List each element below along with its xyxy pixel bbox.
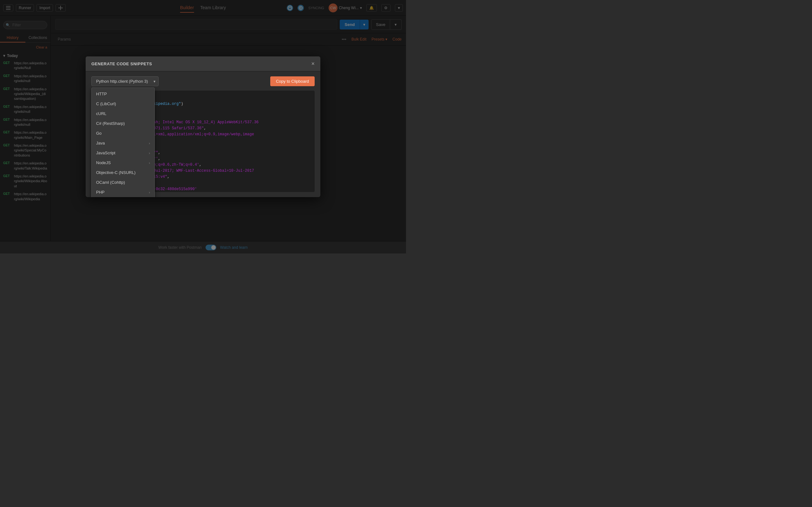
modal-header: GENERATE CODE SNIPPETS × — [86, 56, 320, 71]
copy-to-clipboard-button[interactable]: Copy to Clipboard — [270, 76, 315, 86]
modal-controls: Python http.client (Python 3) ▾ HTTP C (… — [91, 76, 315, 86]
chevron-right-icon: › — [149, 151, 150, 155]
dropdown-item-javascript[interactable]: JavaScript › — [92, 148, 154, 158]
generate-snippets-modal: GENERATE CODE SNIPPETS × Python http.cli… — [86, 56, 320, 197]
dropdown-item-nodejs[interactable]: NodeJS › — [92, 158, 154, 168]
dropdown-item-c-libcurl[interactable]: C (LibCurl) — [92, 99, 154, 109]
modal-body: Python http.client (Python 3) ▾ HTTP C (… — [86, 71, 320, 197]
dropdown-item-curl[interactable]: cURL — [92, 109, 154, 118]
dropdown-item-php[interactable]: PHP › — [92, 187, 154, 197]
dropdown-item-objc[interactable]: Objective-C (NSURL) — [92, 168, 154, 177]
dropdown-item-go[interactable]: Go — [92, 128, 154, 138]
language-dropdown-menu: HTTP C (LibCurl) cURL C# (RestSharp) Go — [91, 88, 155, 197]
language-selector-wrap: Python http.client (Python 3) ▾ HTTP C (… — [91, 76, 159, 86]
dropdown-item-java[interactable]: Java › — [92, 138, 154, 148]
dropdown-item-csharp[interactable]: C# (RestSharp) — [92, 118, 154, 128]
chevron-right-icon: › — [149, 161, 150, 165]
dropdown-item-ocaml[interactable]: OCaml (Cohttp) — [92, 177, 154, 187]
modal-close-button[interactable]: × — [311, 61, 315, 66]
chevron-right-icon: › — [149, 141, 150, 145]
modal-title: GENERATE CODE SNIPPETS — [91, 61, 152, 66]
chevron-right-icon: › — [149, 190, 150, 194]
dropdown-item-http[interactable]: HTTP — [92, 89, 154, 99]
language-dropdown[interactable]: Python http.client (Python 3) — [91, 76, 159, 86]
